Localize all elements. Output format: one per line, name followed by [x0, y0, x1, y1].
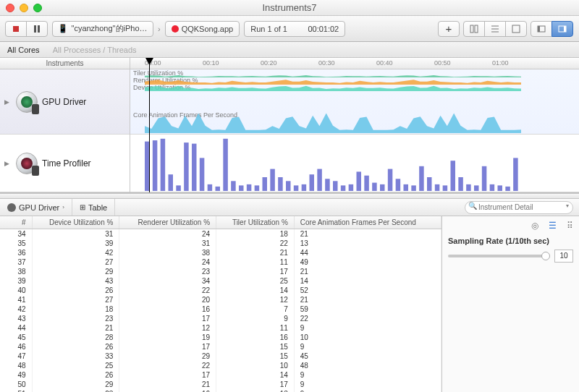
disclosure-icon[interactable]: ▶ [4, 98, 12, 106]
search-input[interactable] [465, 201, 573, 214]
table-cell: 46 [0, 342, 32, 351]
svg-rect-22 [239, 185, 244, 191]
table-row[interactable]: 512316139 [0, 389, 441, 392]
timeline-ruler[interactable]: 00:0000:1000:2000:3000:4000:5001:00 [130, 58, 579, 69]
timeprofiler-waveform [130, 135, 579, 192]
view-strategy-button[interactable] [463, 21, 485, 37]
table-cell: 39 [0, 276, 32, 286]
filter-processes[interactable]: All Processes / Threads [53, 46, 137, 54]
sampling-rate-slider[interactable] [448, 255, 550, 257]
gpu-driver-icon [16, 91, 38, 113]
splitter[interactable] [0, 193, 579, 199]
playhead[interactable] [149, 58, 150, 192]
table-row[interactable]: 4733291545 [0, 351, 441, 361]
table-cell: 11 [216, 257, 295, 267]
disclosure-icon[interactable]: ▶ [4, 160, 12, 167]
detail-crumb-view[interactable]: ⊞ Table [72, 199, 115, 216]
table-cell: 52 [294, 286, 441, 295]
run-status[interactable]: Run 1 of 1 00:01:02 [244, 21, 345, 37]
detail-crumb-instrument[interactable]: GPU Driver › [0, 199, 72, 216]
table-row[interactable]: 462617159 [0, 342, 441, 351]
pause-button[interactable] [26, 21, 48, 37]
ruler-tick: 00:30 [318, 59, 335, 67]
svg-rect-15 [184, 142, 189, 191]
target-device-chip[interactable]: 📱 "cyanzhong"的iPho… [52, 21, 153, 37]
table-row[interactable]: 442112119 [0, 323, 441, 333]
instrument-label: Time Profiler [42, 158, 91, 169]
table-cell: 43 [0, 314, 32, 323]
table-row[interactable]: 4825221048 [0, 361, 441, 370]
svg-rect-27 [278, 177, 283, 191]
table-row[interactable]: 421816759 [0, 304, 441, 314]
column-header[interactable]: Device Utilization % [32, 216, 119, 229]
column-header[interactable]: Renderer Utilization % [119, 216, 216, 229]
timeprofiler-graph-area[interactable] [130, 135, 579, 192]
sampling-rate-value[interactable]: 10 [554, 250, 573, 263]
svg-rect-24 [255, 185, 260, 191]
table-cell: 42 [32, 248, 119, 257]
table-cell: 9 [294, 370, 441, 380]
window-zoom[interactable] [33, 4, 42, 12]
table-row[interactable]: 3943342514 [0, 276, 441, 286]
inspector-tab-extended[interactable]: ⠿ [567, 221, 573, 231]
target-app-chip[interactable]: QQKSong.app [165, 21, 240, 37]
window-minimize[interactable] [20, 4, 28, 12]
table-cell: 11 [216, 323, 295, 333]
instrument-time-profiler[interactable]: ▶ Time Profiler [0, 135, 130, 192]
instrument-gpu-driver[interactable]: ▶ GPU Driver [0, 69, 130, 135]
table-cell: 9 [294, 389, 441, 392]
table-cell: 20 [119, 295, 216, 304]
table-row[interactable]: 502921179 [0, 380, 441, 389]
gpu-graph-area[interactable]: Tiler Utilization % Renderer Utilization… [130, 69, 579, 135]
table-cell: 34 [0, 229, 32, 239]
table-row[interactable]: 4528191610 [0, 333, 441, 342]
left-panel-toggle[interactable] [531, 21, 552, 37]
view-detail-button[interactable] [505, 21, 527, 37]
svg-rect-40 [380, 184, 385, 191]
column-header[interactable]: Core Animation Frames Per Second [294, 216, 441, 229]
svg-rect-18 [208, 184, 213, 191]
column-header[interactable]: Tiler Utilization % [216, 216, 295, 229]
table-row[interactable]: 3539312213 [0, 239, 441, 248]
filter-cores[interactable]: All Cores [7, 46, 40, 54]
svg-rect-45 [419, 166, 424, 191]
table-row[interactable]: 4127201221 [0, 295, 441, 304]
column-header[interactable]: # [0, 216, 32, 229]
table-row[interactable]: 492617149 [0, 370, 441, 380]
table-cell: 25 [32, 361, 119, 370]
table-row[interactable]: 432317922 [0, 314, 441, 323]
table-cell: 21 [294, 229, 441, 239]
table-row[interactable]: 3727241149 [0, 257, 441, 267]
table-row[interactable]: 3431241821 [0, 229, 441, 239]
table-cell: 47 [0, 351, 32, 361]
svg-rect-54 [490, 184, 495, 191]
svg-rect-52 [474, 185, 479, 191]
inspector-panel: ◎ ☰ ⠿ Sampling Rate (1/10th sec) 10 [441, 216, 579, 392]
view-list-button[interactable] [484, 21, 506, 37]
window-close[interactable] [6, 4, 14, 12]
inspector-tab-display[interactable]: ☰ [549, 221, 557, 231]
record-button[interactable] [5, 21, 27, 37]
svg-rect-30 [302, 184, 307, 191]
panel-toggle-segment [531, 21, 573, 37]
table-cell: 27 [32, 295, 119, 304]
table-row[interactable]: 4026221452 [0, 286, 441, 295]
table-cell: 24 [119, 257, 216, 267]
table-cell: 21 [119, 380, 216, 389]
ruler-tick: 00:50 [434, 59, 451, 67]
inspector-tab-record[interactable]: ◎ [531, 221, 538, 231]
add-button[interactable]: + [438, 21, 460, 37]
table-cell: 29 [119, 351, 216, 361]
table-cell: 23 [32, 314, 119, 323]
svg-rect-26 [270, 169, 275, 191]
data-table-area[interactable]: #Device Utilization %Renderer Utilizatio… [0, 216, 441, 392]
svg-rect-3 [470, 25, 473, 33]
svg-rect-23 [247, 184, 252, 191]
table-cell: 45 [0, 333, 32, 342]
table-row[interactable]: 3829231721 [0, 267, 441, 276]
svg-rect-19 [216, 187, 221, 191]
table-cell: 41 [0, 295, 32, 304]
table-row[interactable]: 3642382144 [0, 248, 441, 257]
right-panel-toggle[interactable] [551, 21, 573, 37]
svg-rect-13 [169, 174, 174, 191]
